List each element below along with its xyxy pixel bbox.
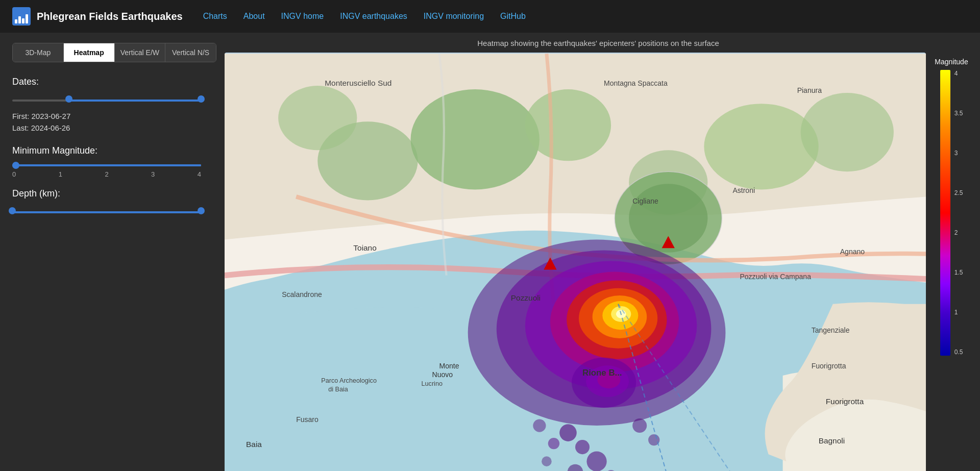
nav-ingv-monitoring[interactable]: INGV monitoring — [424, 12, 484, 21]
svg-text:Pozzuoli: Pozzuoli — [511, 293, 541, 302]
magnitude-slider-wrapper — [12, 164, 201, 166]
svg-text:Baia: Baia — [246, 440, 262, 449]
svg-text:Pozzuoli via Campana: Pozzuoli via Campana — [740, 272, 811, 281]
nav-about[interactable]: About — [243, 12, 265, 21]
magnitude-label: Minimum Magnitude: — [12, 145, 212, 156]
depth-label: Depth (km): — [12, 188, 212, 199]
magnitude-ticks: 0 1 2 3 4 — [12, 170, 201, 178]
legend-title: Magnitude — [935, 58, 968, 66]
date-thumb-left[interactable] — [65, 95, 72, 103]
nav-ingv-home[interactable]: INGV home — [281, 12, 324, 21]
svg-point-7 — [278, 86, 357, 150]
magnitude-section: Minimum Magnitude: 0 1 2 3 4 — [12, 145, 212, 178]
nav-charts[interactable]: Charts — [203, 12, 227, 21]
svg-point-31 — [542, 456, 552, 466]
svg-text:Agnano: Agnano — [840, 247, 865, 256]
logo-area: Phlegrean Fields Earthquakes — [12, 7, 183, 26]
app-title: Phlegrean Fields Earthquakes — [37, 11, 183, 22]
map-wrapper: Monterusciello Sud Montagna Spaccata Pia… — [225, 53, 972, 471]
map-svg: Monterusciello Sud Montagna Spaccata Pia… — [225, 53, 926, 471]
app-logo-icon — [12, 7, 31, 26]
svg-text:Scalandrone: Scalandrone — [282, 290, 322, 299]
tab-heatmap[interactable]: Heatmap — [64, 43, 115, 62]
svg-text:Astroni: Astroni — [732, 186, 755, 194]
dates-slider[interactable] — [12, 95, 201, 106]
date-thumb-right[interactable] — [198, 95, 205, 103]
dates-label: Dates: — [12, 77, 212, 87]
tab-vertical-ew[interactable]: Vertical E/W — [115, 43, 166, 62]
tab-bar: 3D-Map Heatmap Vertical E/W Vertical N/S — [12, 43, 216, 62]
nav-ingv-earthquakes[interactable]: INGV earthquakes — [340, 12, 407, 21]
app-header: Phlegrean Fields Earthquakes Charts Abou… — [0, 0, 980, 33]
svg-text:Fusaro: Fusaro — [296, 415, 318, 424]
svg-point-2 — [525, 89, 611, 161]
main-nav: Charts About INGV home INGV earthquakes … — [203, 12, 526, 21]
svg-text:Monterusciello Sud: Monterusciello Sud — [325, 79, 391, 87]
left-panel: 3D-Map Heatmap Vertical E/W Vertical N/S… — [0, 33, 225, 471]
depth-section: Depth (km): — [12, 188, 212, 217]
map-container[interactable]: Monterusciello Sud Montagna Spaccata Pia… — [225, 53, 926, 471]
svg-point-23 — [559, 424, 577, 441]
svg-text:Pianura: Pianura — [797, 86, 822, 94]
depth-thumb-right[interactable] — [198, 207, 205, 214]
svg-text:Fuorigrotta: Fuorigrotta — [826, 397, 864, 406]
svg-point-36 — [632, 418, 647, 433]
svg-point-5 — [801, 93, 894, 171]
legend-labels: 4 3.5 3 2.5 2 1.5 1 0.5 — [954, 70, 963, 356]
svg-text:Lucrino: Lucrino — [422, 380, 443, 387]
svg-point-24 — [575, 440, 590, 454]
svg-text:Toiano: Toiano — [353, 243, 376, 252]
svg-text:Rione B...: Rione B... — [582, 368, 622, 378]
depth-thumb-left[interactable] — [9, 207, 16, 214]
svg-text:Cigliane: Cigliane — [632, 197, 658, 205]
depth-slider-wrapper — [12, 207, 201, 217]
last-date: Last: 2024-06-26 — [12, 123, 212, 132]
legend: Magnitude 4 3.5 3 2.5 2 1.5 1 0.5 — [931, 53, 972, 471]
svg-text:Monte: Monte — [439, 362, 459, 370]
svg-text:Bagnoli: Bagnoli — [819, 436, 845, 445]
svg-point-4 — [704, 104, 818, 189]
svg-text:Nuovo: Nuovo — [432, 370, 453, 379]
main-content: 3D-Map Heatmap Vertical E/W Vertical N/S… — [0, 33, 980, 471]
tab-vertical-ns[interactable]: Vertical N/S — [165, 43, 216, 62]
legend-gradient — [940, 70, 950, 356]
svg-text:Parco Archeologico: Parco Archeologico — [321, 377, 377, 384]
svg-point-25 — [548, 438, 559, 449]
svg-point-26 — [586, 452, 606, 471]
nav-github[interactable]: GitHub — [500, 12, 526, 21]
map-subtitle: Heatmap showing the earthquakes' epicent… — [225, 39, 972, 47]
magnitude-slider[interactable] — [12, 164, 201, 166]
svg-text:Fuorigrotta: Fuorigrotta — [812, 362, 846, 370]
tab-3d-map[interactable]: 3D-Map — [13, 43, 64, 62]
svg-text:Montagna Spaccata: Montagna Spaccata — [604, 79, 668, 87]
first-date: First: 2023-06-27 — [12, 112, 212, 120]
svg-point-38 — [533, 419, 546, 432]
svg-point-1 — [411, 89, 540, 189]
svg-text:Tangenziale: Tangenziale — [812, 326, 850, 334]
svg-text:di Baia: di Baia — [328, 386, 349, 393]
map-area: Heatmap showing the earthquakes' epicent… — [225, 33, 980, 471]
